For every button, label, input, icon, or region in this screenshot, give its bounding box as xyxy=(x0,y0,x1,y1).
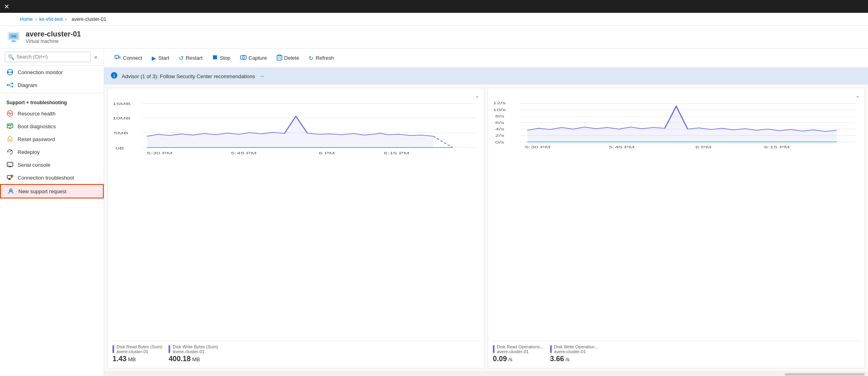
new-support-request-icon xyxy=(7,188,14,195)
svg-rect-15 xyxy=(8,125,9,126)
legend-item-disk-read-ops: Disk Read Operations... avere-cluster-01… xyxy=(493,344,544,363)
svg-point-40 xyxy=(242,57,244,59)
charts-area: ⌄ 15MB 10MB 5MB 0B 5:30 PM xyxy=(104,85,868,372)
svg-rect-43 xyxy=(278,55,281,56)
collapse-sidebar-button[interactable]: « xyxy=(92,52,99,62)
vm-icon: VM xyxy=(6,30,21,44)
legend-unit-disk-write-ops: /s xyxy=(565,356,569,362)
svg-rect-17 xyxy=(10,126,11,127)
connection-troubleshoot-icon xyxy=(6,174,14,181)
chart-card-disk-ops: ⌄ 12/s 10/s 8/s 6/s 4/s xyxy=(488,88,865,368)
restart-icon: ↺ xyxy=(179,55,184,61)
legend-unit-disk-read: MB xyxy=(128,356,136,362)
sidebar-nav: Connection monitor Diagram Support + tro… xyxy=(0,66,104,376)
chart-footer-right: Disk Read Operations... avere-cluster-01… xyxy=(493,341,860,363)
stop-icon xyxy=(212,55,218,61)
chart-footer-left: Disk Read Bytes (Sum) avere-cluster-01 1… xyxy=(113,341,479,363)
sidebar-item-serial-console[interactable]: >_ Serial console xyxy=(0,158,104,171)
legend-value-4: 3.66 /s xyxy=(550,355,598,363)
legend-label-disk-read-ops: Disk Read Operations... xyxy=(497,344,544,349)
sidebar-item-new-support-request[interactable]: New support request xyxy=(0,184,104,198)
sidebar: 🔍 « Connection monitor Diagram Support +… xyxy=(0,49,104,376)
legend-sub-disk-read: avere-cluster-01 xyxy=(117,349,162,354)
legend-label-disk-write-ops: Disk Write Operation... xyxy=(554,344,598,349)
sidebar-search-container: 🔍 « xyxy=(0,49,104,66)
chart-svg-area-right: 12/s 10/s 8/s 6/s 4/s 2/s 0/s xyxy=(493,100,860,338)
sidebar-item-resource-health[interactable]: Resource health xyxy=(0,107,104,120)
sidebar-label-diagram: Diagram xyxy=(18,82,37,88)
sidebar-section-support: Support + troubleshooting xyxy=(0,95,104,107)
sidebar-label-redeploy: Redeploy xyxy=(18,149,40,155)
delete-button[interactable]: Delete xyxy=(273,52,303,64)
bottom-scrollbar[interactable] xyxy=(104,372,868,376)
legend-item-disk-read-bytes: Disk Read Bytes (Sum) avere-cluster-01 1… xyxy=(113,344,162,363)
svg-text:6:15 PM: 6:15 PM xyxy=(764,145,790,149)
svg-point-10 xyxy=(12,83,13,84)
chart-expand-left[interactable]: ⌄ xyxy=(475,93,479,99)
svg-rect-22 xyxy=(11,150,12,151)
legend-text-4: Disk Write Operation... avere-cluster-01 xyxy=(554,344,598,354)
content-area: Connect ▶ Start ↺ Restart Stop Capture xyxy=(104,49,868,376)
chart-card-disk-bytes: ⌄ 15MB 10MB 5MB 0B 5:30 PM xyxy=(107,88,484,368)
svg-text:12/s: 12/s xyxy=(493,101,506,105)
legend-value-1: 1.43 MB xyxy=(113,355,162,363)
legend-sub-disk-read-ops: avere-cluster-01 xyxy=(497,349,544,354)
breadcrumb: Home › ke-vfxt-test › avere-cluster-01 xyxy=(0,13,868,26)
toolbar: Connect ▶ Start ↺ Restart Stop Capture xyxy=(104,49,868,68)
legend-color-1 xyxy=(113,345,114,353)
svg-rect-37 xyxy=(213,55,217,59)
svg-point-9 xyxy=(7,84,8,86)
restart-button[interactable]: ↺ Restart xyxy=(175,53,207,64)
svg-text:6 PM: 6 PM xyxy=(695,145,711,149)
svg-rect-16 xyxy=(10,125,12,125)
sidebar-item-reset-password[interactable]: Reset password xyxy=(0,133,104,146)
svg-text:VM: VM xyxy=(11,34,16,38)
sidebar-label-connection-monitor: Connection monitor xyxy=(18,69,63,75)
legend-sub-disk-write-ops: avere-cluster-01 xyxy=(554,349,598,354)
advisor-bar: i Advisor (1 of 3): Follow Security Cent… xyxy=(104,68,868,85)
stop-button[interactable]: Stop xyxy=(208,52,235,64)
start-button[interactable]: ▶ Start xyxy=(148,53,173,64)
sidebar-label-serial-console: Serial console xyxy=(18,162,50,168)
stop-label: Stop xyxy=(220,55,231,61)
advisor-message: Advisor (1 of 3): Follow Security Center… xyxy=(122,73,255,79)
breadcrumb-parent[interactable]: ke-vfxt-test xyxy=(39,16,63,22)
diagram-icon xyxy=(6,81,14,89)
legend-sub-disk-write: avere-cluster-01 xyxy=(173,349,218,354)
svg-text:>_: >_ xyxy=(8,163,11,166)
legend-color-2 xyxy=(169,345,170,353)
capture-button[interactable]: Capture xyxy=(236,52,271,64)
legend-label-disk-read: Disk Read Bytes (Sum) xyxy=(117,344,162,349)
sidebar-item-connection-troubleshoot[interactable]: Connection troubleshoot xyxy=(0,171,104,184)
connect-button[interactable]: Connect xyxy=(111,52,146,64)
svg-rect-39 xyxy=(242,55,245,56)
advisor-arrow[interactable]: → xyxy=(259,73,265,79)
svg-rect-41 xyxy=(277,56,282,60)
breadcrumb-sep2: › xyxy=(65,16,67,22)
legend-item-disk-write-bytes: Disk Write Bytes (Sum) avere-cluster-01 … xyxy=(169,344,218,363)
delete-label: Delete xyxy=(284,55,299,61)
start-icon: ▶ xyxy=(152,55,156,61)
sidebar-item-redeploy[interactable]: Redeploy xyxy=(0,146,104,158)
svg-point-7 xyxy=(11,71,13,73)
sidebar-item-diagram[interactable]: Diagram xyxy=(0,79,104,91)
legend-label-row-2: Disk Write Bytes (Sum) avere-cluster-01 xyxy=(169,344,218,354)
chart-expand-right[interactable]: ⌄ xyxy=(856,93,860,99)
svg-rect-27 xyxy=(9,178,10,179)
search-input[interactable] xyxy=(5,52,91,62)
sidebar-item-connection-monitor[interactable]: Connection monitor xyxy=(0,66,104,79)
svg-text:6/s: 6/s xyxy=(495,121,504,125)
refresh-button[interactable]: ↻ Refresh xyxy=(305,53,338,64)
breadcrumb-home[interactable]: Home xyxy=(20,16,33,22)
legend-color-4 xyxy=(550,345,552,353)
scroll-thumb[interactable] xyxy=(785,373,865,376)
svg-line-12 xyxy=(8,83,12,85)
svg-text:i: i xyxy=(113,73,115,78)
close-button[interactable]: ✕ xyxy=(4,3,9,10)
sidebar-item-boot-diagnostics[interactable]: Boot diagnostics xyxy=(0,120,104,133)
legend-item-disk-write-ops: Disk Write Operation... avere-cluster-01… xyxy=(550,344,598,363)
resource-health-icon xyxy=(6,110,14,117)
svg-text:2/s: 2/s xyxy=(495,133,504,137)
svg-text:5:30 PM: 5:30 PM xyxy=(525,145,551,149)
capture-label: Capture xyxy=(249,55,267,61)
